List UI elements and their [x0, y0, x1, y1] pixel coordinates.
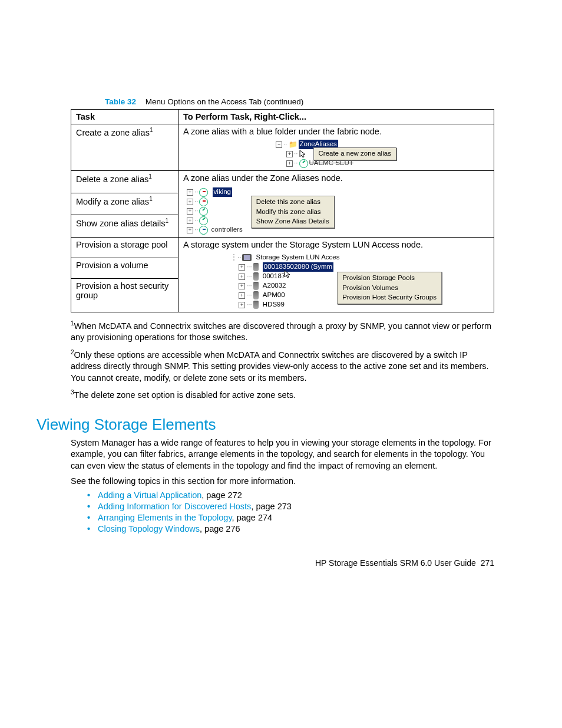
tree-lun-root: Storage System LUN Acces — [256, 253, 340, 262]
cursor-icon — [299, 150, 309, 158]
task-create-zone-alias: Create a zone alias1 — [71, 124, 178, 171]
section-heading: Viewing Storage Elements — [37, 416, 494, 434]
cell-zone-alias-actions: A zone alias under the Zone Aliases node… — [178, 171, 494, 238]
tree-row: +··· 000187 — [239, 272, 333, 281]
expand-icon: + — [187, 189, 193, 196]
expand-icon: + — [239, 274, 245, 280]
task-show-zone-alias: Show zone alias details1 — [71, 215, 178, 238]
section-para-2: See the following topics in this section… — [71, 476, 494, 487]
expand-icon: + — [286, 151, 293, 157]
context-menu: Delete this zone alias Modify this zone … — [251, 196, 335, 228]
table-caption: Table 32 Menu Options on the Access Tab … — [105, 97, 494, 106]
context-menu-item[interactable]: Provision Storage Pools — [342, 274, 437, 283]
tree-row: +·· — [187, 197, 243, 206]
expand-icon: + — [239, 302, 245, 308]
alias-icon — [199, 216, 208, 225]
desc-zone-alias-actions: A zone alias under the Zone Aliases node… — [183, 173, 489, 183]
footnote-2: 2Only these options are accessible when … — [71, 348, 494, 384]
tree-row: +··· HDS99 — [239, 300, 333, 309]
task-provision-pool: Provision a storage pool — [71, 238, 178, 258]
cell-provision: A storage system under the Storage Syste… — [178, 238, 494, 312]
tree-row: +··· A20032 — [239, 281, 333, 291]
tree-viking: viking — [213, 187, 232, 197]
system-icon — [242, 254, 252, 261]
expand-icon: + — [239, 283, 245, 289]
task-delete-zone-alias: Delete a zone alias1 — [71, 171, 178, 193]
expand-icon: + — [187, 227, 193, 233]
alias-icon — [199, 197, 208, 206]
storage-icon — [253, 263, 259, 271]
access-table: Task To Perform Task, Right-Click... Cre… — [71, 109, 494, 312]
collapse-icon: − — [276, 141, 282, 148]
tree-row: +·· controllers — [187, 225, 243, 235]
expand-icon: + — [239, 292, 245, 299]
list-item: Closing Topology Windows, page 276 — [87, 524, 494, 533]
link-add-info-hosts[interactable]: Adding Information for Discovered Hosts — [98, 502, 251, 511]
table-caption-text: Menu Options on the Access Tab (continue… — [146, 97, 303, 106]
storage-icon — [253, 291, 259, 299]
desc-create-zone-alias: A zone alias with a blue folder under th… — [183, 127, 489, 136]
context-menu-item[interactable]: Show Zone Alias Details — [256, 217, 329, 226]
task-provision-volume: Provision a volume — [71, 258, 178, 278]
context-menu-item[interactable]: Provision Host Security Groups — [342, 293, 437, 302]
footer-page-num: 271 — [481, 558, 494, 568]
cell-create-zone-alias: A zone alias with a blue folder under th… — [178, 124, 494, 171]
context-menu-item[interactable]: Modify this zone alias — [256, 207, 329, 217]
tree-row: +·· viking — [187, 187, 243, 197]
footer-doc-title: HP Storage Essentials SRM 6.0 User Guide — [315, 558, 476, 568]
alias-icon — [199, 226, 208, 235]
context-menu: Provision Storage Pools Provision Volume… — [337, 272, 442, 304]
section-para-1: System Manager has a wide range of featu… — [71, 437, 494, 472]
desc-provision: A storage system under the Storage Syste… — [183, 240, 489, 249]
alias-icon — [199, 188, 208, 197]
expand-icon: + — [187, 218, 193, 224]
tree-row: +··· APM00 — [239, 291, 333, 300]
tree-row: +·· Create a new zone alias — [286, 149, 396, 159]
context-menu-item[interactable]: Delete this zone alias — [256, 197, 329, 207]
table-number: Table 32 — [105, 97, 136, 106]
tree-row: ⋮·· Storage System LUN Acces — [230, 253, 442, 262]
task-provision-hsg: Provision a host security group — [71, 278, 178, 312]
storage-icon — [253, 282, 259, 290]
page-footer: HP Storage Essentials SRM 6.0 User Guide… — [71, 558, 494, 568]
tree-sel-storage: 000183502080 (Symm — [263, 262, 333, 272]
list-item: Adding Information for Discovered Hosts,… — [87, 502, 494, 511]
expand-icon: + — [187, 199, 193, 205]
footnote-1: 1When McDATA and Connectrix switches are… — [71, 319, 494, 344]
topic-list: Adding a Virtual Application, page 272 A… — [87, 490, 494, 533]
task-modify-zone-alias: Modify a zone alias1 — [71, 193, 178, 215]
list-item: Adding a Virtual Application, page 272 — [87, 490, 494, 500]
context-menu-item[interactable]: Create a new zone alias — [313, 147, 396, 160]
cursor-icon — [284, 270, 291, 278]
alias-icon — [199, 207, 208, 216]
context-menu-item[interactable]: Provision Volumes — [342, 284, 437, 293]
th-perform: To Perform Task, Right-Click... — [178, 110, 494, 124]
footnote-3: 3The delete zone set option is disabled … — [71, 388, 494, 401]
link-arranging-elements[interactable]: Arranging Elements in the Topology — [98, 513, 232, 522]
tree-row: +·· — [187, 216, 243, 225]
th-task: Task — [71, 110, 178, 124]
list-item: Arranging Elements in the Topology, page… — [87, 513, 494, 522]
link-add-virtual-app[interactable]: Adding a Virtual Application — [98, 490, 201, 500]
storage-icon — [253, 301, 259, 309]
link-closing-topology[interactable]: Closing Topology Windows — [98, 524, 200, 533]
expand-icon: + — [286, 160, 293, 167]
storage-icon — [253, 272, 259, 281]
folder-icon: 📁 — [289, 140, 297, 149]
tree-row: +·· — [187, 206, 243, 216]
expand-icon: + — [239, 264, 245, 271]
expand-icon: + — [187, 208, 193, 215]
alias-icon — [299, 159, 308, 168]
